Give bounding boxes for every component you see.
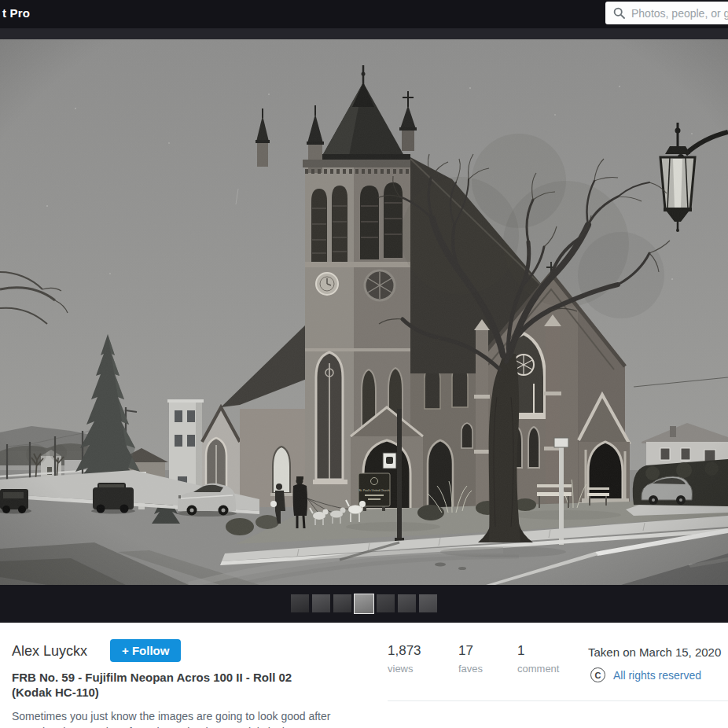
photo-info-panel: Alex Luyckx + Follow FRB No. 59 - Fujifi… (0, 623, 728, 728)
filmstrip-thumbnails (289, 594, 439, 613)
faves-count: 17 (458, 643, 517, 659)
main-photo[interactable]: St. Paul's United Church (0, 39, 728, 585)
stat-comments: 1 comment (517, 643, 559, 675)
faves-label: faves (458, 663, 517, 675)
filmstrip-thumbnail[interactable] (312, 594, 330, 612)
stat-views: 1,873 views (388, 643, 458, 675)
follow-button[interactable]: + Follow (110, 639, 181, 662)
copyright-icon: C (590, 667, 605, 682)
get-pro-link[interactable]: t Pro (2, 6, 30, 20)
photo-description: Sometimes you just know the images are g… (12, 708, 367, 728)
filmstrip-thumbnail[interactable] (355, 594, 373, 613)
follow-button-label: + Follow (122, 644, 169, 657)
photo-image[interactable]: St. Paul's United Church (0, 39, 728, 585)
owner-name-link[interactable]: Alex Luyckx (12, 643, 87, 660)
search-icon (613, 7, 625, 19)
photo-stage-top-strip (0, 28, 728, 39)
photo-stats: 1,873 views 17 faves 1 comment (388, 643, 559, 675)
license-text: All rights reserved (613, 669, 701, 682)
license-link[interactable]: C All rights reserved (590, 667, 701, 682)
views-count: 1,873 (388, 643, 458, 659)
filmstrip-thumbnail[interactable] (398, 594, 416, 612)
info-divider (388, 700, 728, 701)
search-input[interactable] (631, 7, 728, 20)
comments-count: 1 (517, 643, 559, 659)
filmstrip-thumbnail[interactable] (333, 594, 351, 612)
filmstrip-thumbnail[interactable] (419, 594, 437, 612)
views-label: views (388, 663, 458, 675)
stat-faves: 17 faves (458, 643, 517, 675)
comments-label: comment (517, 663, 559, 675)
search-box[interactable] (605, 2, 728, 24)
photo-title: FRB No. 59 - Fujifilm Neopan Acros 100 I… (12, 670, 325, 700)
taken-date: Taken on March 15, 2020 (588, 645, 721, 659)
top-navigation-bar: t Pro (0, 0, 728, 28)
filmstrip (0, 585, 728, 623)
filmstrip-thumbnail[interactable] (377, 594, 395, 612)
filmstrip-thumbnail[interactable] (291, 594, 309, 612)
